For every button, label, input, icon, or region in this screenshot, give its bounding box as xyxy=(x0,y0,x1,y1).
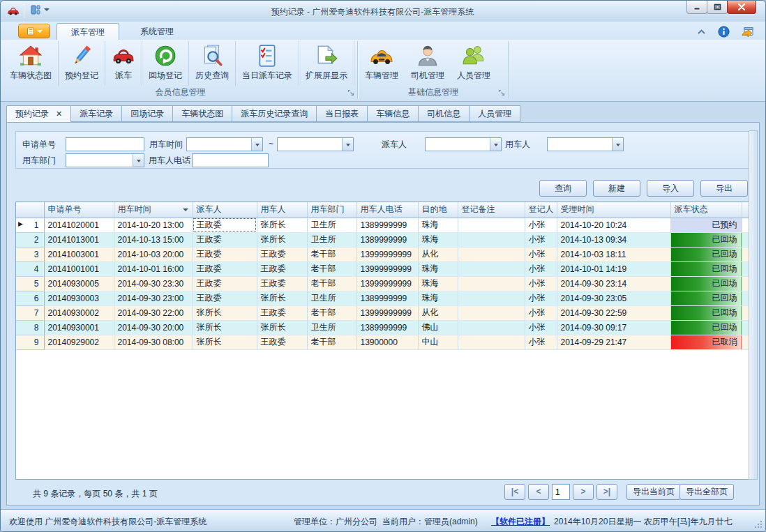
page-number-input[interactable] xyxy=(552,484,570,500)
cell-status[interactable]: 已回场 xyxy=(670,305,742,320)
cell-phone[interactable]: 1389999999 xyxy=(356,232,418,247)
cell-order_no[interactable]: 20141001001 xyxy=(44,261,114,276)
ribbon-button-people[interactable]: 人员管理 xyxy=(451,41,497,86)
cell-accept_time[interactable]: 2014-10-01 14:19 xyxy=(557,261,670,276)
doc-tab-item[interactable]: 人员管理 xyxy=(470,105,520,122)
table-row[interactable]: ▶1201410200012014-10-20 13:00王政委张所长卫生所13… xyxy=(16,218,750,232)
next-page-button[interactable]: > xyxy=(573,484,594,500)
cell-dept[interactable]: 老干部 xyxy=(307,335,356,349)
cell-remark[interactable] xyxy=(458,247,525,261)
row-header-cell[interactable]: 4 xyxy=(16,261,44,276)
ribbon-button-driver[interactable]: 司机管理 xyxy=(405,41,451,86)
cell-phone[interactable]: 13999999999 xyxy=(356,247,418,261)
quick-access-toolbar[interactable] xyxy=(30,4,50,15)
query-button[interactable]: 查询 xyxy=(539,180,587,197)
doc-tab-item[interactable]: 车辆状态图 xyxy=(173,105,232,122)
cell-destination[interactable]: 珠海 xyxy=(418,218,458,232)
cell-order_no[interactable]: 20141020001 xyxy=(44,218,114,232)
cell-use_time[interactable]: 2014-10-03 20:00 xyxy=(114,247,193,261)
cell-accept_time[interactable]: 2014-09-30 23:14 xyxy=(557,276,670,291)
column-header[interactable]: 用车人 xyxy=(257,202,307,218)
cell-dispatcher[interactable]: 张所长 xyxy=(193,320,257,335)
cell-dispatcher[interactable]: 王政委 xyxy=(193,291,257,305)
import-button[interactable]: 导入 xyxy=(647,180,694,197)
cell-user[interactable]: 张所长 xyxy=(257,291,307,305)
ribbon-button-page-arrow[interactable]: 扩展屏显示 xyxy=(299,41,354,86)
cell-destination[interactable]: 珠海 xyxy=(418,276,458,291)
cell-accept_time[interactable]: 2014-10-20 10:24 xyxy=(557,218,670,232)
column-header[interactable]: 派车状态 xyxy=(670,202,742,218)
create-button[interactable]: 新建 xyxy=(593,180,640,197)
cell-phone[interactable]: 13999999999 xyxy=(356,261,418,276)
row-header-cell[interactable]: 8 xyxy=(16,320,44,335)
cell-destination[interactable]: 珠海 xyxy=(418,232,458,247)
ribbon-tab-dispatch[interactable]: 派车管理 xyxy=(57,23,119,40)
combo-arrow-icon[interactable] xyxy=(342,138,353,151)
about-info-icon[interactable] xyxy=(718,26,730,38)
row-header-cell[interactable]: 5 xyxy=(16,276,44,291)
cell-dispatcher[interactable]: 王政委 xyxy=(193,232,257,247)
cell-status[interactable]: 已回场 xyxy=(670,247,742,261)
cell-registrar[interactable]: 小张 xyxy=(525,218,557,232)
dialog-launcher-icon[interactable] xyxy=(498,89,506,97)
vertical-scrollbar[interactable] xyxy=(749,130,758,480)
column-header[interactable]: 用车部门 xyxy=(307,202,356,218)
cell-order_no[interactable]: 20141013001 xyxy=(44,232,114,247)
cell-phone[interactable]: 13900000 xyxy=(356,335,418,349)
table-row[interactable]: 6201409300032014-09-30 23:00王政委张所长卫生所138… xyxy=(16,291,750,305)
cell-destination[interactable]: 佛山 xyxy=(418,320,458,335)
cell-phone[interactable]: 1389999999 xyxy=(356,320,418,335)
cell-use_time[interactable]: 2014-09-30 22:00 xyxy=(114,305,193,320)
cell-user[interactable]: 王政委 xyxy=(257,305,307,320)
quick-access-grid-icon[interactable] xyxy=(30,4,41,15)
cell-dept[interactable]: 老干部 xyxy=(307,261,356,276)
table-row[interactable]: 4201410010012014-10-01 16:00王政委王政委老干部139… xyxy=(16,261,750,276)
resize-grip-icon[interactable] xyxy=(754,520,763,529)
cell-accept_time[interactable]: 2014-09-30 09:17 xyxy=(557,320,670,335)
column-header[interactable]: 目的地 xyxy=(418,202,458,218)
cell-registrar[interactable]: 小张 xyxy=(525,305,557,320)
close-tab-icon[interactable]: ✕ xyxy=(56,109,62,118)
phone-input[interactable] xyxy=(192,153,269,167)
column-header[interactable]: 用车时间 xyxy=(114,202,193,218)
cell-use_time[interactable]: 2014-09-30 23:30 xyxy=(114,276,193,291)
cell-registrar[interactable]: 小张 xyxy=(525,247,557,261)
cell-accept_time[interactable]: 2014-09-29 21:47 xyxy=(557,335,670,349)
cell-dispatcher[interactable]: 王政委 xyxy=(193,276,257,291)
ribbon-button-car-orange[interactable]: 车辆管理 xyxy=(359,41,405,86)
combo-arrow-icon[interactable] xyxy=(133,154,144,167)
cell-remark[interactable] xyxy=(458,305,525,320)
cell-registrar[interactable]: 小张 xyxy=(525,320,557,335)
cell-accept_time[interactable]: 2014-09-30 22:59 xyxy=(557,305,670,320)
last-page-button[interactable]: >| xyxy=(596,484,617,500)
cell-destination[interactable]: 从化 xyxy=(418,247,458,261)
cell-status[interactable]: 已取消 xyxy=(670,335,742,349)
row-header-cell[interactable]: 3 xyxy=(16,247,44,261)
switch-window-icon[interactable] xyxy=(742,26,754,38)
cell-remark[interactable] xyxy=(458,291,525,305)
cell-dept[interactable]: 卫生所 xyxy=(307,218,356,232)
cell-registrar[interactable]: 小张 xyxy=(525,276,557,291)
cell-phone[interactable]: 1389999999 xyxy=(356,291,418,305)
doc-tab-item[interactable]: 派车记录 xyxy=(71,105,122,122)
cell-remark[interactable] xyxy=(458,261,525,276)
doc-tab-item[interactable]: 司机信息 xyxy=(419,105,470,122)
cell-dispatcher[interactable]: 张所长 xyxy=(193,305,257,320)
cell-order_no[interactable]: 20140930002 xyxy=(44,305,114,320)
cell-destination[interactable]: 珠海 xyxy=(418,261,458,276)
cell-remark[interactable] xyxy=(458,320,525,335)
table-row[interactable]: 8201409300012014-09-30 20:00张所长张所长卫生所138… xyxy=(16,320,750,335)
maximize-button[interactable] xyxy=(707,1,728,14)
cell-dispatcher[interactable]: 张所长 xyxy=(193,335,257,349)
table-row[interactable]: 5201409300052014-09-30 23:30王政委王政委老干部139… xyxy=(16,276,750,291)
cell-order_no[interactable]: 20140929002 xyxy=(44,335,114,349)
cell-user[interactable]: 张所长 xyxy=(257,218,307,232)
doc-tab-item[interactable]: 当日报表 xyxy=(317,105,368,122)
cell-use_time[interactable]: 2014-10-13 15:00 xyxy=(114,232,193,247)
cell-dispatcher[interactable]: 王政委 xyxy=(193,247,257,261)
cell-phone[interactable]: 13999999999 xyxy=(356,276,418,291)
cell-dispatcher[interactable]: 王政委 xyxy=(193,218,257,232)
cell-status[interactable]: 已回场 xyxy=(670,291,742,305)
application-menu-button[interactable] xyxy=(18,24,50,38)
table-row[interactable]: 9201409290022014-09-30 08:00张所长王政委老干部139… xyxy=(16,335,750,349)
